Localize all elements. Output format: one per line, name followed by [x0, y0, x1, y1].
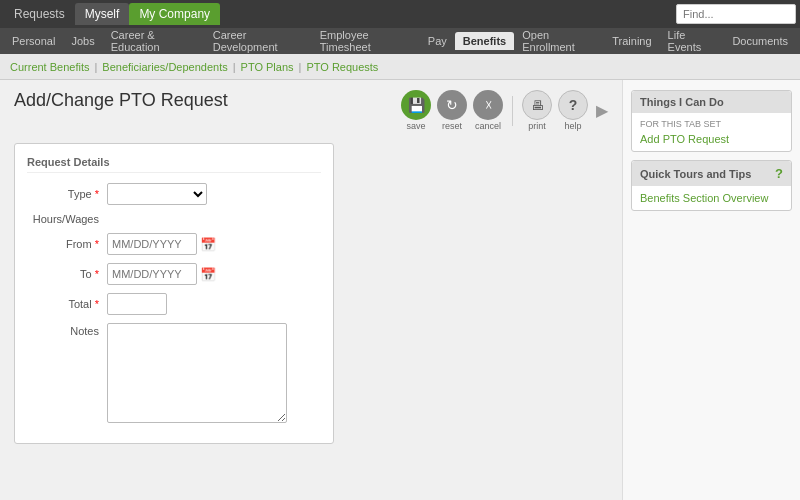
- hours-wages-label: Hours/Wages: [27, 213, 107, 225]
- breadcrumb-pto-plans[interactable]: PTO Plans: [241, 61, 294, 73]
- help-button[interactable]: ? help: [558, 90, 588, 131]
- type-label: Type *: [27, 188, 107, 200]
- tab-documents[interactable]: Documents: [724, 32, 796, 50]
- print-button[interactable]: 🖶 print: [522, 90, 552, 131]
- tab-open-enrollment[interactable]: Open Enrollment: [514, 28, 604, 54]
- toolbar-next-arrow[interactable]: ▶: [596, 101, 608, 120]
- total-label: Total *: [27, 298, 107, 310]
- cancel-button[interactable]: ☓ cancel: [473, 90, 503, 131]
- notes-label: Notes: [27, 323, 107, 337]
- tab-training[interactable]: Training: [604, 32, 659, 50]
- total-input[interactable]: [107, 293, 167, 315]
- things-section-header: Things I Can Do: [632, 91, 791, 113]
- toolbar-separator: [512, 96, 513, 126]
- tab-personal[interactable]: Personal: [4, 32, 63, 50]
- breadcrumb-beneficiaries[interactable]: Beneficiaries/Dependents: [102, 61, 227, 73]
- to-label: To *: [27, 268, 107, 280]
- breadcrumb-sep-1: |: [94, 61, 97, 73]
- from-calendar-icon[interactable]: 📅: [200, 237, 216, 252]
- type-select[interactable]: [107, 183, 207, 205]
- for-tab-set-label: FOR THIS TAB SET: [640, 119, 783, 129]
- nav-mycompany[interactable]: My Company: [129, 3, 220, 25]
- tours-section-header: Quick Tours and Tips ?: [632, 161, 791, 186]
- tab-employee-timesheet[interactable]: Employee Timesheet: [312, 28, 420, 54]
- search-input[interactable]: [676, 4, 796, 24]
- tab-jobs[interactable]: Jobs: [63, 32, 102, 50]
- tab-pay[interactable]: Pay: [420, 32, 455, 50]
- nav-requests[interactable]: Requests: [4, 3, 75, 25]
- notes-textarea[interactable]: [107, 323, 287, 423]
- page-title: Add/Change PTO Request: [14, 90, 228, 111]
- to-date-input[interactable]: [107, 263, 197, 285]
- from-label: From *: [27, 238, 107, 250]
- form-section-title: Request Details: [27, 156, 321, 173]
- nav-myself[interactable]: Myself: [75, 3, 130, 25]
- add-pto-request-link[interactable]: Add PTO Request: [640, 133, 783, 145]
- reset-button[interactable]: ↻ reset: [437, 90, 467, 131]
- save-button[interactable]: 💾 save: [401, 90, 431, 131]
- benefits-overview-link[interactable]: Benefits Section Overview: [640, 192, 783, 204]
- tours-help-icon[interactable]: ?: [775, 166, 783, 181]
- breadcrumb-current-benefits[interactable]: Current Benefits: [10, 61, 89, 73]
- breadcrumb-sep-3: |: [299, 61, 302, 73]
- tab-benefits[interactable]: Benefits: [455, 32, 514, 50]
- breadcrumb-pto-requests[interactable]: PTO Requests: [306, 61, 378, 73]
- from-date-input[interactable]: [107, 233, 197, 255]
- to-calendar-icon[interactable]: 📅: [200, 267, 216, 282]
- breadcrumb-sep-2: |: [233, 61, 236, 73]
- tab-career-development[interactable]: Career Development: [205, 28, 312, 54]
- tab-career-education[interactable]: Career & Education: [103, 28, 205, 54]
- tab-life-events[interactable]: Life Events: [660, 28, 725, 54]
